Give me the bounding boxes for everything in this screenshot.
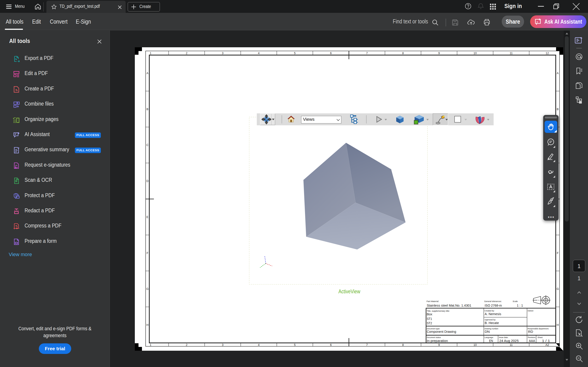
svg-text:G: G — [556, 287, 559, 291]
svg-text:Issue date:: Issue date: — [499, 336, 508, 339]
svg-text:ISO 2768-m: ISO 2768-m — [485, 304, 502, 307]
svg-text:A. Nemesis: A. Nemesis — [485, 312, 501, 316]
svg-text:Component Drawing: Component Drawing — [427, 330, 456, 334]
svg-text:3: 3 — [222, 343, 223, 347]
svg-text:ActiveView: ActiveView — [339, 288, 361, 294]
svg-text:4: 4 — [258, 52, 260, 55]
svg-text:Approved by:: Approved by: — [484, 318, 496, 321]
svg-text:5: 5 — [294, 343, 296, 347]
svg-text:D: D — [146, 179, 148, 183]
svg-text:ST2: ST2 — [427, 321, 432, 325]
svg-text:Stainless steel Mat.No. 1.4301: Stainless steel Mat.No. 1.4301 — [427, 304, 471, 307]
svg-text:9: 9 — [438, 52, 440, 55]
svg-text:1 : 1: 1 : 1 — [517, 304, 523, 307]
svg-text:Language:: Language: — [484, 336, 494, 339]
svg-text:In preparation: In preparation — [427, 339, 448, 343]
svg-text:1: 1 — [150, 52, 151, 55]
svg-text:F: F — [557, 251, 559, 255]
svg-text:24 Aug 2025: 24 Aug 2025 — [499, 339, 519, 343]
svg-text:Scale: Scale — [513, 300, 518, 302]
svg-text:A2: A2 — [545, 343, 549, 347]
svg-text:Box: Box — [427, 312, 433, 316]
svg-text:2: 2 — [186, 52, 187, 55]
svg-text:RD: RD — [528, 330, 533, 334]
svg-text:8: 8 — [402, 343, 404, 347]
svg-text:Title, supplementary title:: Title, supplementary title: — [427, 310, 450, 312]
svg-text:Drawing number:: Drawing number: — [484, 327, 499, 330]
svg-text:B. Hecate: B. Hecate — [485, 321, 499, 325]
svg-text:3: 3 — [222, 52, 223, 55]
svg-text:7: 7 — [366, 343, 368, 347]
svg-text:Part Material:: Part Material: — [426, 300, 439, 302]
svg-text:Created by:: Created by: — [484, 309, 494, 312]
svg-text:7: 7 — [366, 52, 368, 55]
svg-text:1: 1 — [150, 343, 151, 347]
svg-text:H: H — [556, 323, 559, 327]
svg-text:9: 9 — [438, 343, 440, 347]
svg-text:5: 5 — [294, 52, 296, 55]
svg-text:F: F — [146, 251, 148, 255]
svg-text:10: 10 — [474, 52, 477, 55]
svg-text:H: H — [146, 323, 148, 327]
svg-text:A: A — [557, 72, 559, 75]
svg-text:Revision:: Revision: — [528, 336, 536, 339]
svg-text:Owner:: Owner: — [528, 309, 534, 312]
svg-text:11: 11 — [510, 52, 513, 55]
svg-text:10: 10 — [474, 343, 477, 347]
svg-text:11: 11 — [510, 343, 513, 347]
svg-text:Responsible department:: Responsible department: — [528, 327, 549, 330]
svg-text:1 / 1: 1 / 1 — [542, 339, 550, 343]
svg-text:4: 4 — [258, 343, 260, 347]
svg-text:8: 8 — [402, 52, 404, 55]
svg-text:6: 6 — [330, 343, 332, 347]
svg-text:B: B — [146, 108, 148, 111]
svg-text:Document type:: Document type: — [427, 327, 440, 330]
svg-text:ST1: ST1 — [427, 317, 432, 321]
svg-text:E: E — [146, 216, 148, 219]
svg-text:G: G — [146, 287, 149, 291]
svg-text:A: A — [146, 72, 149, 75]
svg-text:2: 2 — [186, 343, 187, 347]
svg-text:C: C — [146, 143, 148, 147]
svg-text:EN: EN — [489, 339, 493, 343]
svg-text:6: 6 — [330, 52, 332, 55]
svg-text:DN: DN — [485, 330, 490, 334]
svg-text:General tolerances:: General tolerances: — [484, 300, 502, 302]
svg-text:AAA: AAA — [529, 339, 535, 343]
svg-text:Document status: Document status — [427, 336, 441, 339]
svg-text:12: 12 — [546, 52, 549, 55]
svg-text:B: B — [557, 108, 559, 111]
svg-text:Sheet:: Sheet: — [537, 336, 543, 339]
